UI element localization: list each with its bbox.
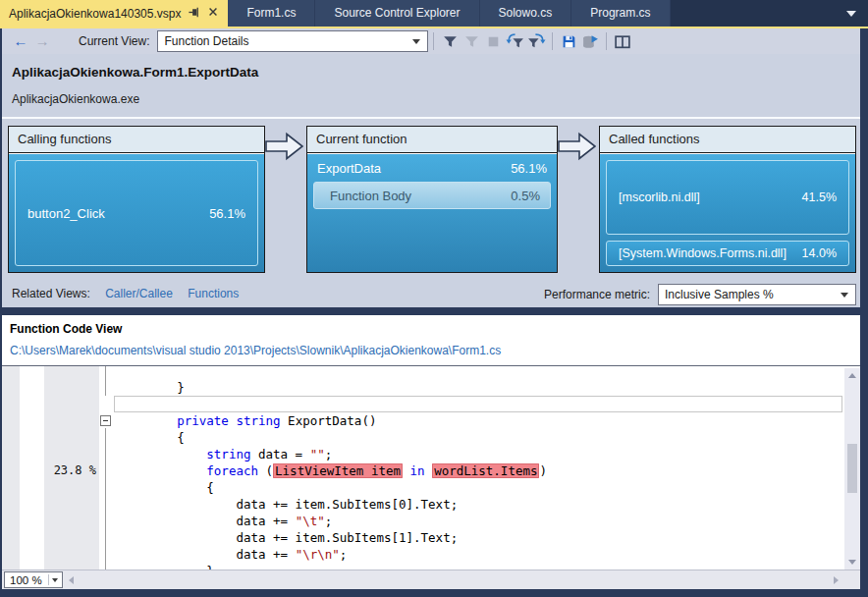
code-line: }	[114, 379, 842, 396]
current-view-label: Current View:	[79, 34, 149, 48]
called-functions-header: Called functions	[600, 127, 855, 153]
scroll-up-icon[interactable]	[844, 368, 860, 383]
source-file-link[interactable]: C:\Users\Marek\documents\visual studio 2…	[10, 344, 501, 357]
function-name: ExportData	[317, 161, 381, 176]
tab-program[interactable]: Program.cs	[571, 0, 670, 27]
current-function-item[interactable]: ExportData 56.1%	[307, 154, 557, 182]
code-line: }	[114, 563, 842, 570]
function-code-view-section: Function Code View C:\Users\Marek\docume…	[2, 315, 860, 589]
scroll-right-icon[interactable]	[834, 576, 839, 584]
tab-list-chevron-icon[interactable]	[846, 11, 856, 17]
tab-active-vspx[interactable]: AplikacjaOkienkowa140305.vspx	[0, 0, 228, 27]
tab-active-label: AplikacjaOkienkowa140305.vspx	[9, 7, 181, 21]
profiler-toolbar: ← → Current View: Function Details	[2, 28, 860, 54]
scroll-left-icon[interactable]	[69, 576, 74, 584]
called-functions-panel: Called functions [mscorlib.ni.dll] 41.5%…	[599, 126, 856, 273]
current-function-header: Current function	[307, 127, 557, 153]
current-view-value: Function Details	[164, 34, 248, 48]
function-percent: 56.1%	[511, 161, 547, 176]
forward-arrow-icon: →	[31, 30, 53, 52]
code-line: data += item.SubItems[0].Text;	[114, 496, 842, 513]
tab-solowo[interactable]: Solowo.cs	[480, 0, 572, 27]
gutter-margin	[2, 366, 20, 570]
functions-link[interactable]: Functions	[188, 287, 239, 300]
code-line	[114, 396, 842, 412]
flow-arrow-icon	[558, 131, 597, 162]
filter-icon[interactable]	[439, 30, 461, 52]
related-views-row: Related Views: Caller/Callee Functions	[12, 287, 239, 300]
scroll-down-icon[interactable]	[844, 555, 860, 570]
caller-callee-link[interactable]: Caller/Callee	[105, 287, 173, 300]
called-functions-body: [mscorlib.ni.dll] 41.5% [System.Windows.…	[600, 154, 855, 272]
code-lines: } private string ExportData() { string d…	[114, 379, 842, 570]
compare-views-icon[interactable]	[612, 30, 633, 52]
export-filter-icon[interactable]	[525, 30, 547, 52]
code-line: {	[114, 479, 842, 496]
code-line: {	[114, 429, 842, 446]
sample-percent: 23.8 %	[44, 462, 96, 479]
module-name: AplikacjaOkienkowa.exe	[12, 92, 139, 106]
current-view-combobox[interactable]: Function Details	[157, 30, 428, 52]
called-function-item[interactable]: [mscorlib.ni.dll] 41.5%	[606, 160, 849, 235]
toolbar-separator	[606, 32, 607, 50]
code-bottom-bar: 100 %	[2, 570, 860, 589]
calling-function-item[interactable]: button2_Click 56.1%	[15, 160, 258, 266]
performance-metric-value: Inclusive Samples %	[665, 288, 774, 301]
back-arrow-icon[interactable]: ←	[10, 30, 31, 52]
performance-metric-combobox[interactable]: Inclusive Samples %	[658, 284, 856, 305]
filter-disabled-icon	[461, 30, 482, 52]
profiler-window: AplikacjaOkienkowa140305.vspx Form1.cs S…	[0, 0, 868, 597]
collapse-region-icon[interactable]	[100, 415, 111, 426]
close-icon[interactable]	[207, 6, 219, 21]
document-tab-strip: AplikacjaOkienkowa140305.vspx Form1.cs S…	[0, 0, 868, 27]
code-line: private string ExportData()	[114, 412, 842, 429]
function-percent: 14.0%	[802, 246, 837, 260]
code-view-header: Function Code View C:\Users\Marek\docume…	[2, 315, 860, 366]
flow-arrow-icon	[265, 131, 304, 162]
tab-source-control-explorer[interactable]: Source Control Explorer	[315, 0, 479, 27]
function-name: button2_Click	[27, 206, 105, 221]
import-filter-icon[interactable]	[504, 30, 525, 52]
outline-scope-line	[105, 366, 106, 396]
calling-functions-body: button2_Click 56.1%	[9, 154, 264, 272]
function-details-view: AplikacjaOkienkowa.Form1.ExportData Apli…	[2, 54, 860, 307]
code-line: data += "\t";	[114, 513, 842, 529]
code-line: string data = "";	[114, 446, 842, 462]
function-percent: 56.1%	[209, 206, 245, 221]
code-line: data += item.SubItems[1].Text;	[114, 529, 842, 546]
current-function-body: ExportData 56.1% Function Body 0.5%	[307, 154, 557, 272]
vertical-scrollbar-thumb[interactable]	[847, 444, 857, 493]
header-separator	[2, 117, 860, 119]
code-editor: 23.8 % } private string ExportData() { s…	[2, 366, 860, 570]
calling-functions-header: Calling functions	[9, 127, 264, 153]
code-line: data += "\r\n";	[114, 546, 842, 563]
toolbar-separator	[552, 32, 553, 50]
function-percent: 41.5%	[802, 190, 837, 204]
zoom-level-value: 100 %	[10, 574, 42, 586]
function-percent: 0.5%	[511, 189, 540, 203]
code-view-title: Function Code View	[10, 322, 122, 336]
related-views-label: Related Views:	[12, 287, 90, 300]
save-icon[interactable]	[558, 30, 579, 52]
calling-functions-panel: Calling functions button2_Click 56.1%	[8, 126, 265, 273]
export-report-icon[interactable]	[579, 30, 601, 52]
stop-icon	[482, 30, 504, 52]
function-name: [System.Windows.Forms.ni.dll]	[619, 246, 787, 260]
performance-metric-group: Performance metric: Inclusive Samples %	[544, 283, 856, 306]
toolbar-separator	[433, 32, 434, 50]
called-function-item[interactable]: [System.Windows.Forms.ni.dll] 14.0%	[606, 241, 849, 266]
pin-icon[interactable]	[188, 6, 200, 22]
zoom-level-combobox[interactable]: 100 %	[4, 571, 63, 588]
tab-form1[interactable]: Form1.cs	[228, 0, 315, 27]
function-name: Function Body	[330, 189, 411, 203]
page-title: AplikacjaOkienkowa.Form1.ExportData	[12, 65, 258, 80]
vertical-scrollbar[interactable]	[844, 368, 860, 570]
function-name: [mscorlib.ni.dll]	[619, 190, 700, 204]
code-line: foreach (ListViewItem item in wordList.I…	[114, 462, 842, 479]
function-body-item[interactable]: Function Body 0.5%	[313, 182, 551, 209]
outline-scope-line	[105, 428, 106, 570]
current-function-panel: Current function ExportData 56.1% Functi…	[306, 126, 558, 273]
performance-metric-label: Performance metric:	[544, 288, 650, 301]
